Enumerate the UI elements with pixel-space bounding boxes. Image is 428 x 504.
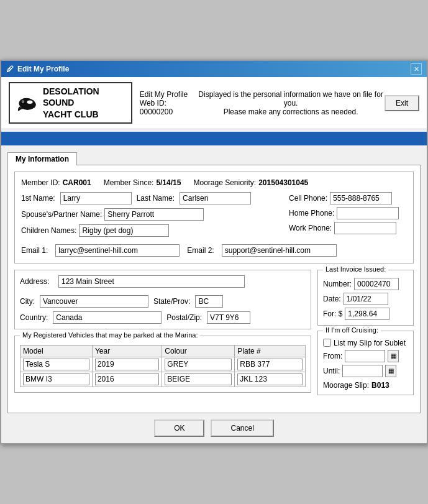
invoice-box: Last Invoice Issued: Number: Date: For: … (317, 270, 414, 326)
email2-label: Email 2: (187, 246, 214, 255)
exit-button[interactable]: Exit (385, 95, 419, 111)
city-state-row: City: State/Prov: (20, 295, 306, 308)
invoice-number-row: Number: (323, 278, 408, 290)
col-colour: Colour (162, 345, 235, 357)
vehicles-table: Model Year Colour Plate # (20, 345, 306, 387)
blue-bar (1, 132, 427, 145)
email2-input[interactable] (222, 244, 337, 257)
tab-my-information-label: My Information (16, 155, 69, 163)
until-row: Until: ▦ (323, 365, 408, 377)
address-box: Address: City: State/Prov: Country: (14, 270, 311, 329)
moorage-slip-row: Moorage Slip: B013 (323, 381, 408, 390)
window-title: Edit My Profile (17, 65, 69, 73)
work-phone-input[interactable] (334, 222, 396, 234)
cruising-legend: If I'm off Cruising: (323, 326, 381, 334)
home-phone-row: Home Phone: (289, 207, 407, 219)
main-window: 🖊 Edit My Profile ✕ DESOLATION SOUNDYACH… (0, 60, 428, 444)
address-row: Address: (20, 275, 306, 288)
cruising-box: If I'm off Cruising: List my Slip for Su… (317, 331, 414, 395)
col-year: Year (92, 345, 162, 357)
moorage-seniority-field: Moorage Seniority: 201504301045 (193, 178, 308, 187)
moorage-seniority-label: Moorage Seniority: (193, 178, 256, 187)
invoice-date-row: Date: (323, 293, 408, 305)
tab-area: My Information (1, 148, 427, 165)
state-label: State/Prov: (153, 297, 190, 306)
table-row (20, 357, 306, 372)
last-name-input[interactable] (180, 192, 251, 204)
orca-icon (15, 91, 38, 116)
invoice-for-row: For: $ (323, 308, 408, 320)
vehicles-legend: My Registered Vehicles that may be parke… (20, 331, 200, 339)
header-area: DESOLATION SOUNDYACHT CLUB Edit My Profi… (1, 77, 427, 129)
until-calendar-btn[interactable]: ▦ (385, 365, 396, 377)
vehicle-2-year[interactable] (95, 373, 159, 385)
invoice-date-input[interactable] (344, 293, 388, 305)
until-input[interactable] (342, 365, 383, 377)
main-content: Member ID: CAR001 Member Since: 5/14/15 … (7, 165, 421, 413)
from-row: From: ▦ (323, 350, 408, 362)
postal-label: Postal/Zip: (166, 313, 202, 322)
invoice-legend: Last Invoice Issued: (323, 265, 388, 273)
vehicle-2-plate[interactable] (237, 373, 303, 385)
state-input[interactable] (195, 295, 223, 308)
vehicle-1-plate[interactable] (237, 359, 303, 370)
member-id-field: Member ID: CAR001 (21, 178, 91, 187)
member-id-row: Member ID: CAR001 Member Since: 5/14/15 … (21, 178, 407, 187)
postal-input[interactable] (207, 311, 250, 324)
vehicle-2-colour[interactable] (165, 373, 232, 385)
home-phone-input[interactable] (337, 207, 399, 219)
moorage-slip-label: Moorage Slip: (323, 381, 369, 390)
invoice-date-label: Date: (323, 295, 341, 303)
vehicle-1-model[interactable] (23, 359, 89, 370)
email1-input[interactable] (55, 244, 180, 257)
vehicle-2-model[interactable] (23, 373, 89, 385)
svg-point-2 (27, 100, 32, 104)
member-id-value: CAR001 (63, 178, 91, 187)
logo-text: DESOLATION SOUNDYACHT CLUB (43, 86, 126, 120)
member-since-field: Member Since: 5/14/15 (104, 178, 181, 187)
vehicle-1-colour[interactable] (165, 359, 232, 370)
sublet-row: List my Slip for Sublet (323, 339, 408, 347)
from-calendar-btn[interactable]: ▦ (388, 350, 399, 362)
from-input[interactable] (345, 350, 385, 362)
cancel-button[interactable]: Cancel (211, 419, 273, 437)
tab-my-information[interactable]: My Information (7, 152, 77, 165)
vehicle-1-year[interactable] (95, 359, 159, 370)
address-label: Address: (20, 277, 56, 286)
children-row: Children Names: (21, 224, 284, 237)
left-column: Address: City: State/Prov: Country: (14, 270, 311, 400)
table-row (20, 372, 306, 387)
invoice-for-label: For: $ (323, 309, 342, 318)
vehicles-box: My Registered Vehicles that may be parke… (14, 336, 311, 393)
spouse-input[interactable] (104, 208, 204, 221)
spouse-row: Spouse's/Partner Name: (21, 208, 284, 221)
city-input[interactable] (40, 295, 148, 308)
address-input[interactable] (58, 275, 245, 288)
children-input[interactable] (79, 224, 169, 237)
cell-phone-label: Cell Phone: (289, 194, 327, 203)
first-last-name-row: 1st Name: Last Name: (21, 192, 284, 204)
moorage-seniority-value: 201504301045 (258, 178, 308, 187)
invoice-number-label: Number: (323, 280, 352, 288)
sublet-label: List my Slip for Sublet (334, 339, 406, 347)
invoice-for-input[interactable] (345, 308, 389, 320)
first-name-input[interactable] (60, 192, 132, 204)
member-since-label: Member Since: (104, 178, 154, 187)
invoice-number-input[interactable] (354, 278, 399, 290)
until-label: Until: (323, 367, 340, 375)
col-model: Model (20, 345, 93, 357)
cell-phone-input[interactable] (330, 192, 392, 204)
title-bar-left: 🖊 Edit My Profile (6, 65, 69, 73)
work-phone-row: Work Phone: (289, 222, 407, 234)
sublet-checkbox[interactable] (323, 339, 331, 347)
country-input[interactable] (53, 311, 162, 324)
ok-button[interactable]: OK (154, 419, 204, 437)
right-column: Last Invoice Issued: Number: Date: For: … (317, 270, 414, 400)
window-close-button[interactable]: ✕ (411, 63, 422, 75)
country-label: Country: (20, 313, 48, 322)
phone-section: Cell Phone: Home Phone: Work Phone: (289, 192, 407, 234)
web-id-label: Web ID: (140, 99, 166, 108)
col-plate: Plate # (235, 345, 306, 357)
logo-box: DESOLATION SOUNDYACHT CLUB (9, 82, 132, 124)
country-postal-row: Country: Postal/Zip: (20, 311, 306, 324)
